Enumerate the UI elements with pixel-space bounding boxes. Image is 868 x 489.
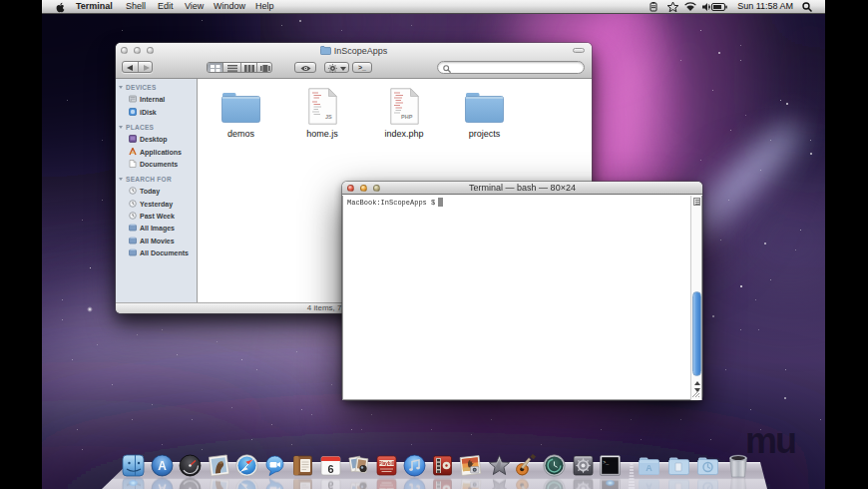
svg-text:JS: JS <box>325 114 332 120</box>
svg-text:6: 6 <box>327 463 333 475</box>
svg-text:A: A <box>646 463 652 473</box>
svg-text:Playbill: Playbill <box>378 461 394 466</box>
svg-text:A: A <box>158 459 167 473</box>
svg-text:PHP: PHP <box>401 114 413 120</box>
svg-text:>_: >_ <box>603 460 610 466</box>
